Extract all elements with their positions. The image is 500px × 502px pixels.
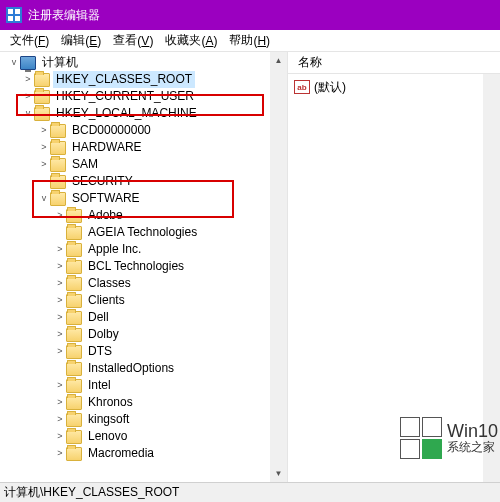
tree-item-label: Apple Inc.: [85, 241, 144, 258]
tree-item[interactable]: > Dell: [2, 309, 287, 326]
tree-item-label: AGEIA Technologies: [85, 224, 200, 241]
tree-item-label: Khronos: [85, 394, 136, 411]
scroll-up-icon[interactable]: ▲: [270, 52, 287, 69]
tree-item-label: Intel: [85, 377, 114, 394]
tree-item-software[interactable]: v SOFTWARE: [2, 190, 287, 207]
chevron-down-icon[interactable]: v: [38, 190, 50, 207]
chevron-right-icon[interactable]: >: [38, 156, 50, 173]
tree-item-label: HARDWARE: [69, 139, 145, 156]
folder-icon: [66, 328, 82, 342]
tree-item-hkcu[interactable]: > HKEY_CURRENT_USER: [2, 88, 287, 105]
tree-item-label: 计算机: [39, 54, 81, 71]
folder-icon: [66, 209, 82, 223]
chevron-right-icon[interactable]: >: [54, 428, 66, 445]
chevron-right-icon[interactable]: >: [54, 241, 66, 258]
menu-file[interactable]: 文件(F): [4, 30, 55, 51]
folder-icon: [66, 260, 82, 274]
folder-icon: [50, 124, 66, 138]
tree-item-label: Adobe: [85, 207, 126, 224]
tree-item[interactable]: > Macromedia: [2, 445, 287, 462]
chevron-right-icon[interactable]: >: [22, 88, 34, 105]
tree-item[interactable]: InstalledOptions: [2, 360, 287, 377]
tree-item[interactable]: > Intel: [2, 377, 287, 394]
folder-icon: [34, 73, 50, 87]
tree-item[interactable]: > Clients: [2, 292, 287, 309]
tree-item-label: HKEY_LOCAL_MACHINE: [53, 105, 200, 122]
chevron-right-icon[interactable]: >: [54, 309, 66, 326]
menu-bar: 文件(F) 编辑(E) 查看(V) 收藏夹(A) 帮助(H): [0, 30, 500, 52]
tree-item[interactable]: > BCD00000000: [2, 122, 287, 139]
svg-rect-2: [8, 16, 13, 21]
folder-icon: [66, 447, 82, 461]
chevron-right-icon[interactable]: >: [54, 343, 66, 360]
tree-item[interactable]: > DTS: [2, 343, 287, 360]
tree-scrollbar[interactable]: ▲ ▼: [270, 52, 287, 482]
value-name: (默认): [314, 79, 346, 96]
menu-view[interactable]: 查看(V): [107, 30, 159, 51]
watermark-line1: Win10: [447, 422, 498, 442]
folder-icon: [66, 226, 82, 240]
chevron-down-icon[interactable]: v: [22, 105, 34, 122]
window-title: 注册表编辑器: [28, 7, 100, 24]
tree-item-label: BCL Technologies: [85, 258, 187, 275]
folder-icon: [50, 158, 66, 172]
svg-rect-0: [8, 9, 13, 14]
string-value-icon: ab: [294, 80, 310, 94]
scroll-down-icon[interactable]: ▼: [270, 465, 287, 482]
tree-item[interactable]: > BCL Technologies: [2, 258, 287, 275]
tree-item[interactable]: > HARDWARE: [2, 139, 287, 156]
chevron-right-icon[interactable]: >: [54, 258, 66, 275]
chevron-right-icon[interactable]: >: [54, 445, 66, 462]
tree-item-hklm[interactable]: v HKEY_LOCAL_MACHINE: [2, 105, 287, 122]
tree-root[interactable]: v 计算机: [2, 54, 287, 71]
value-row[interactable]: ab (默认): [294, 78, 494, 96]
chevron-right-icon[interactable]: >: [22, 71, 34, 88]
chevron-right-icon[interactable]: >: [54, 207, 66, 224]
tree-item-label: SOFTWARE: [69, 190, 143, 207]
folder-icon: [66, 243, 82, 257]
folder-icon: [50, 175, 66, 189]
tree-item-hkcr[interactable]: > HKEY_CLASSES_ROOT: [2, 71, 287, 88]
tree-item-label: SECURITY: [69, 173, 136, 190]
tree-item[interactable]: > Khronos: [2, 394, 287, 411]
svg-rect-3: [15, 16, 20, 21]
folder-icon: [34, 90, 50, 104]
chevron-right-icon[interactable]: >: [54, 377, 66, 394]
chevron-right-icon[interactable]: >: [54, 326, 66, 343]
chevron-right-icon[interactable]: >: [54, 275, 66, 292]
chevron-right-icon[interactable]: >: [38, 122, 50, 139]
status-path: 计算机\HKEY_CLASSES_ROOT: [4, 484, 179, 501]
tree-item-label: HKEY_CURRENT_USER: [53, 88, 197, 105]
chevron-right-icon[interactable]: >: [38, 139, 50, 156]
tree-item[interactable]: > Lenovo: [2, 428, 287, 445]
chevron-down-icon[interactable]: v: [8, 54, 20, 71]
tree-item[interactable]: > Adobe: [2, 207, 287, 224]
tree-item[interactable]: SECURITY: [2, 173, 287, 190]
menu-edit[interactable]: 编辑(E): [55, 30, 107, 51]
tree-item-label: DTS: [85, 343, 115, 360]
folder-icon: [66, 379, 82, 393]
tree-item[interactable]: > SAM: [2, 156, 287, 173]
folder-icon: [66, 294, 82, 308]
tree-item[interactable]: > kingsoft: [2, 411, 287, 428]
tree-item[interactable]: > Dolby: [2, 326, 287, 343]
folder-icon: [66, 396, 82, 410]
menu-favorites[interactable]: 收藏夹(A): [159, 30, 223, 51]
tree-item-label: HKEY_CLASSES_ROOT: [53, 71, 195, 88]
menu-help[interactable]: 帮助(H): [223, 30, 276, 51]
chevron-right-icon[interactable]: >: [54, 292, 66, 309]
folder-icon: [66, 362, 82, 376]
tree-item-label: Dolby: [85, 326, 122, 343]
tree-item[interactable]: AGEIA Technologies: [2, 224, 287, 241]
column-header-name[interactable]: 名称: [294, 54, 326, 71]
chevron-right-icon[interactable]: >: [54, 411, 66, 428]
watermark: Win10 系统之家: [399, 416, 498, 460]
tree-item[interactable]: > Apple Inc.: [2, 241, 287, 258]
svg-rect-1: [15, 9, 20, 14]
tree-item[interactable]: > Classes: [2, 275, 287, 292]
chevron-right-icon[interactable]: >: [54, 394, 66, 411]
folder-icon: [66, 413, 82, 427]
folder-icon: [34, 107, 50, 121]
folder-icon: [66, 311, 82, 325]
tree-pane[interactable]: v 计算机 > HKEY_CLASSES_ROOT > HKEY_CURRENT…: [0, 52, 288, 482]
